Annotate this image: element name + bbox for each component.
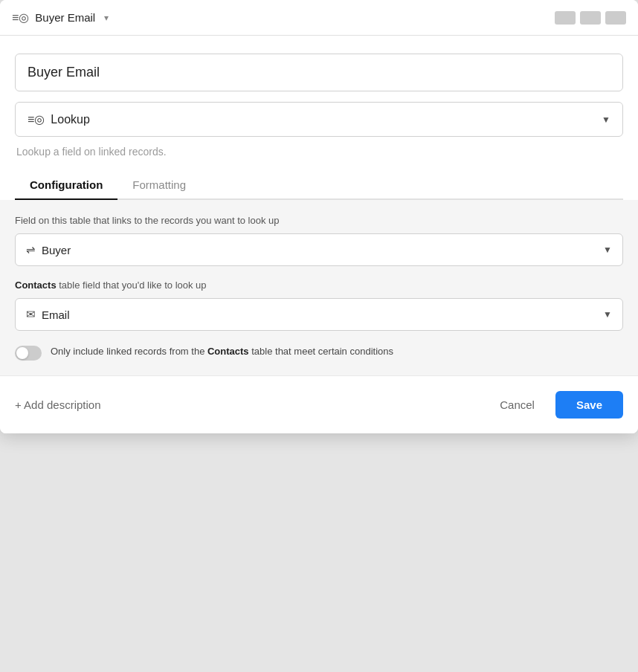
email-dropdown-icon: ✉	[26, 308, 36, 321]
lookup-dropdown-icon: ≡◎	[28, 112, 45, 126]
field-name-input[interactable]	[15, 54, 623, 91]
tabs-row: Configuration Formatting	[15, 171, 623, 200]
buyer-dropdown-label: Buyer	[42, 244, 71, 256]
lookup-title-icon: ≡◎	[12, 10, 29, 25]
modal-container: ≡◎ Buyer Email ▾ ≡◎ Lookup ▼ Lookup a fi…	[0, 0, 638, 433]
title-bar-right	[555, 11, 626, 25]
buyer-dropdown[interactable]: ⇌ Buyer ▼	[15, 233, 623, 266]
title-chevron-icon: ▾	[104, 13, 109, 23]
footer: + Add description Cancel Save	[0, 375, 638, 433]
field-link-label: Field on this table that links to the re…	[15, 215, 623, 226]
save-button[interactable]: Save	[555, 391, 623, 419]
email-dropdown[interactable]: ✉ Email ▼	[15, 298, 623, 331]
email-dropdown-chevron: ▼	[603, 309, 612, 320]
email-dropdown-left: ✉ Email	[26, 308, 70, 321]
type-dropdown-label: Lookup	[51, 113, 90, 126]
title-bar-title: Buyer Email	[35, 11, 95, 24]
cancel-button[interactable]: Cancel	[488, 392, 547, 417]
config-section: Field on this table that links to the re…	[0, 200, 638, 375]
window-btn-3	[605, 11, 626, 25]
buyer-dropdown-left: ⇌ Buyer	[26, 243, 71, 256]
title-bar-left: ≡◎ Buyer Email ▾	[12, 10, 109, 25]
add-description-button[interactable]: + Add description	[15, 398, 101, 411]
footer-right: Cancel Save	[488, 391, 623, 419]
type-dropdown-chevron: ▼	[602, 114, 610, 125]
type-dropdown-left: ≡◎ Lookup	[28, 112, 90, 126]
type-dropdown[interactable]: ≡◎ Lookup ▼	[15, 102, 623, 137]
toggle-label: Only include linked records from the Con…	[51, 344, 623, 359]
tab-formatting[interactable]: Formatting	[117, 171, 201, 200]
contacts-field-label: Contacts table field that you'd like to …	[15, 280, 623, 291]
toggle-row: Only include linked records from the Con…	[15, 344, 623, 361]
email-dropdown-label: Email	[42, 308, 70, 321]
buyer-dropdown-icon: ⇌	[26, 243, 36, 256]
window-btn-2	[580, 11, 601, 25]
tab-configuration[interactable]: Configuration	[15, 171, 117, 200]
window-btn-1	[555, 11, 576, 25]
type-description: Lookup a field on linked records.	[15, 146, 623, 158]
main-content: ≡◎ Lookup ▼ Lookup a field on linked rec…	[0, 36, 638, 375]
filter-toggle[interactable]	[15, 346, 42, 361]
title-bar: ≡◎ Buyer Email ▾	[0, 0, 638, 36]
buyer-dropdown-chevron: ▼	[603, 245, 612, 255]
